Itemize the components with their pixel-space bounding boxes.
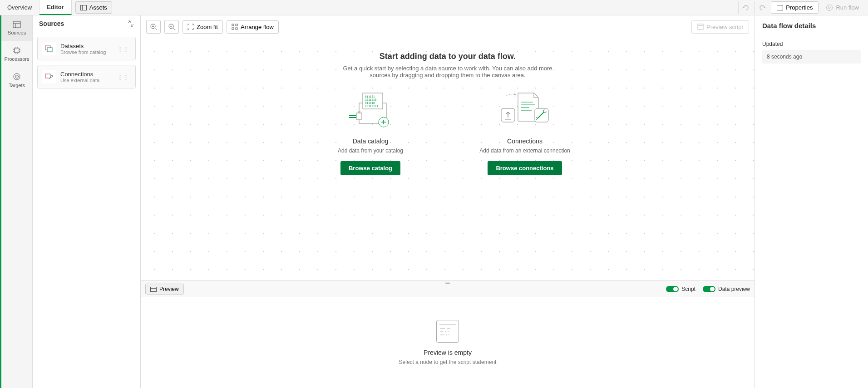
svg-rect-59 bbox=[151, 287, 157, 291]
catalog-illustration: 011101 1011010 011010 10110101 bbox=[343, 89, 398, 130]
svg-point-67 bbox=[446, 334, 447, 335]
svg-rect-33 bbox=[232, 28, 234, 29]
svg-rect-32 bbox=[236, 24, 237, 26]
preview-empty-desc: Select a node to get the script statemen… bbox=[399, 359, 497, 365]
rail-processors[interactable]: Processors bbox=[1, 41, 32, 67]
source-card-datasets[interactable]: Datasets Browse from catalog ⋮⋮ bbox=[37, 37, 136, 60]
option-connections: Connections Add data from an external co… bbox=[475, 89, 575, 175]
source-sub: Browse from catalog bbox=[60, 49, 115, 55]
redo-button[interactable] bbox=[755, 1, 769, 14]
toggle-data-preview[interactable] bbox=[703, 286, 715, 292]
empty-preview-icon bbox=[436, 320, 459, 343]
properties-button[interactable]: Properties bbox=[771, 1, 819, 14]
connections-illustration bbox=[498, 89, 552, 130]
svg-rect-57 bbox=[535, 108, 548, 122]
svg-point-4 bbox=[827, 5, 833, 10]
sources-panel-title: Sources bbox=[39, 20, 64, 27]
play-icon bbox=[826, 4, 833, 11]
tab-overview[interactable]: Overview bbox=[0, 0, 39, 15]
assets-button[interactable]: Assets bbox=[75, 1, 112, 14]
resize-handle[interactable]: ═ bbox=[445, 279, 449, 286]
zoom-fit-button[interactable]: Zoom fit bbox=[182, 20, 223, 34]
preview-pane: Preview is empty Select a node to get th… bbox=[141, 297, 755, 388]
database-icon bbox=[13, 21, 21, 28]
processor-icon bbox=[13, 46, 21, 54]
rail-sources[interactable]: Sources bbox=[1, 15, 32, 41]
updated-value: 8 seconds ago bbox=[762, 50, 861, 64]
option-desc: Add data from your catalog bbox=[338, 147, 403, 154]
script-icon bbox=[697, 24, 704, 30]
source-card-connections[interactable]: Connections Use external data ⋮⋮ bbox=[37, 65, 136, 88]
svg-rect-22 bbox=[45, 74, 50, 78]
option-desc: Add data from an external connection bbox=[479, 147, 570, 154]
source-title: Connections bbox=[60, 71, 115, 78]
svg-point-58 bbox=[543, 110, 546, 113]
undo-button[interactable] bbox=[738, 1, 753, 14]
svg-point-65 bbox=[448, 331, 449, 332]
empty-desc: Get a quick start by selecting a data so… bbox=[339, 65, 557, 79]
top-bar: Overview Editor Assets Properties Run fl… bbox=[0, 0, 868, 15]
details-title: Data flow details bbox=[755, 15, 868, 36]
connections-icon bbox=[42, 70, 56, 83]
toggle-script[interactable] bbox=[666, 286, 679, 292]
svg-text:011010: 011010 bbox=[365, 101, 375, 104]
zoom-in-button[interactable] bbox=[146, 20, 161, 34]
svg-rect-21 bbox=[47, 48, 52, 52]
svg-point-19 bbox=[17, 77, 17, 77]
source-sub: Use external data bbox=[60, 78, 115, 83]
datasets-icon bbox=[42, 42, 56, 55]
svg-rect-8 bbox=[15, 48, 19, 53]
svg-line-29 bbox=[173, 28, 175, 30]
option-title: Data catalog bbox=[353, 138, 389, 145]
canvas[interactable]: Start adding data to your data flow. Get… bbox=[141, 38, 755, 280]
svg-text:1011010: 1011010 bbox=[365, 98, 377, 101]
rail-targets[interactable]: Targets bbox=[1, 67, 32, 93]
svg-line-25 bbox=[155, 28, 157, 30]
preview-script-button: Preview script bbox=[691, 20, 749, 34]
arrange-flow-button[interactable]: Arrange flow bbox=[227, 20, 279, 34]
tab-editor[interactable]: Editor bbox=[39, 0, 72, 15]
panel-icon bbox=[777, 5, 783, 10]
svg-point-64 bbox=[445, 331, 446, 332]
arrange-icon bbox=[232, 24, 238, 30]
zoom-out-button[interactable] bbox=[164, 20, 179, 34]
option-title: Connections bbox=[507, 138, 542, 145]
left-rail: Sources Processors Targets bbox=[0, 15, 33, 388]
run-flow-button: Run flow bbox=[820, 2, 864, 14]
svg-text:10110101: 10110101 bbox=[365, 104, 378, 108]
sources-panel: Sources Datasets Browse from catalog ⋮⋮ … bbox=[33, 15, 141, 388]
preview-empty-title: Preview is empty bbox=[424, 349, 472, 356]
drag-handle-icon[interactable]: ⋮⋮ bbox=[115, 74, 131, 80]
svg-text:011101: 011101 bbox=[365, 95, 375, 98]
svg-rect-35 bbox=[698, 24, 703, 29]
target-icon bbox=[13, 73, 21, 81]
fit-icon bbox=[187, 24, 194, 30]
svg-rect-45 bbox=[356, 113, 362, 119]
preview-icon bbox=[150, 287, 157, 292]
preview-button[interactable]: Preview bbox=[145, 284, 184, 295]
svg-point-68 bbox=[449, 334, 449, 335]
empty-state: Start adding data to your data flow. Get… bbox=[289, 52, 607, 175]
svg-rect-31 bbox=[232, 24, 234, 26]
svg-point-23 bbox=[51, 75, 53, 77]
svg-rect-0 bbox=[80, 5, 86, 10]
details-panel: Data flow details Updated 8 seconds ago bbox=[755, 15, 868, 388]
source-title: Datasets bbox=[60, 43, 115, 49]
browse-connections-button[interactable]: Browse connections bbox=[488, 161, 562, 175]
svg-rect-2 bbox=[777, 5, 783, 10]
toggle-label: Data preview bbox=[718, 286, 750, 292]
option-data-catalog: 011101 1011010 011010 10110101 bbox=[321, 89, 420, 175]
canvas-toolbar: Zoom fit Arrange flow Preview script bbox=[141, 15, 755, 38]
svg-rect-5 bbox=[13, 21, 20, 28]
drag-handle-icon[interactable]: ⋮⋮ bbox=[115, 45, 131, 52]
collapse-icon[interactable] bbox=[128, 20, 134, 27]
empty-title: Start adding data to your data flow. bbox=[289, 52, 607, 61]
updated-label: Updated bbox=[762, 41, 861, 47]
svg-rect-34 bbox=[236, 28, 237, 29]
browse-catalog-button[interactable]: Browse catalog bbox=[340, 161, 400, 175]
panel-icon bbox=[80, 5, 87, 10]
preview-bar: ═ Preview Script Data preview bbox=[141, 280, 755, 297]
toggle-label: Script bbox=[681, 286, 695, 292]
